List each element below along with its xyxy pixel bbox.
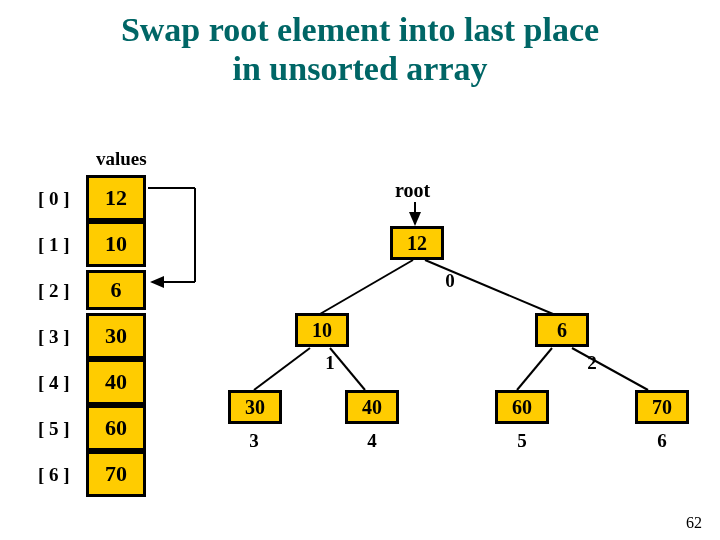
array-row: [ 0 ] 12 bbox=[38, 176, 146, 222]
root-label: root bbox=[395, 179, 430, 202]
title-line1: Swap root element into last place bbox=[121, 11, 599, 48]
array-index: [ 2 ] bbox=[38, 280, 86, 302]
heap-tree: 12 0 10 1 6 2 30 3 40 4 60 5 70 6 bbox=[170, 200, 710, 480]
tree-node: 12 bbox=[390, 226, 444, 260]
array-cell: 12 bbox=[86, 175, 146, 221]
array-row: [ 1 ] 10 bbox=[38, 222, 146, 268]
tree-node-index: 5 bbox=[502, 430, 542, 452]
array-cell: 40 bbox=[86, 359, 146, 405]
tree-node: 6 bbox=[535, 313, 589, 347]
array-row: [ 3 ] 30 bbox=[38, 314, 146, 360]
tree-node-index: 0 bbox=[430, 270, 470, 292]
array-cell: 60 bbox=[86, 405, 146, 451]
array-cell: 30 bbox=[86, 313, 146, 359]
page-number: 62 bbox=[686, 514, 702, 532]
array-index: [ 4 ] bbox=[38, 372, 86, 394]
array-table: [ 0 ] 12 [ 1 ] 10 [ 2 ] 6 [ 3 ] 30 [ 4 ]… bbox=[38, 176, 146, 498]
array-index: [ 3 ] bbox=[38, 326, 86, 348]
array-index: [ 6 ] bbox=[38, 464, 86, 486]
tree-node-index: 2 bbox=[572, 352, 612, 374]
array-cell: 70 bbox=[86, 451, 146, 497]
tree-node-index: 3 bbox=[234, 430, 274, 452]
slide-title: Swap root element into last place in uns… bbox=[0, 0, 720, 88]
title-line2: in unsorted array bbox=[233, 50, 488, 87]
tree-node: 70 bbox=[635, 390, 689, 424]
tree-node: 60 bbox=[495, 390, 549, 424]
tree-node: 10 bbox=[295, 313, 349, 347]
array-cell: 6 bbox=[86, 270, 146, 310]
values-label: values bbox=[96, 148, 147, 170]
tree-node-index: 1 bbox=[310, 352, 350, 374]
tree-node-index: 4 bbox=[352, 430, 392, 452]
array-row: [ 5 ] 60 bbox=[38, 406, 146, 452]
array-index: [ 0 ] bbox=[38, 188, 86, 210]
array-cell: 10 bbox=[86, 221, 146, 267]
array-index: [ 1 ] bbox=[38, 234, 86, 256]
array-row: [ 4 ] 40 bbox=[38, 360, 146, 406]
tree-node: 40 bbox=[345, 390, 399, 424]
array-row: [ 6 ] 70 bbox=[38, 452, 146, 498]
array-row: [ 2 ] 6 bbox=[38, 268, 146, 314]
tree-node: 30 bbox=[228, 390, 282, 424]
array-index: [ 5 ] bbox=[38, 418, 86, 440]
tree-node-index: 6 bbox=[642, 430, 682, 452]
